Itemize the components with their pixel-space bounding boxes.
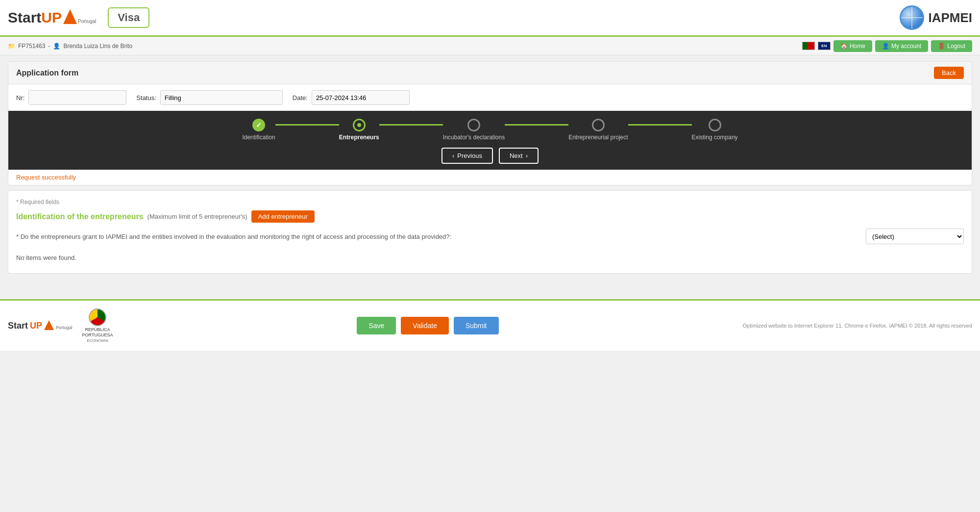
step-circle-identification: ✓ — [252, 119, 265, 131]
save-button[interactable]: Save — [357, 317, 396, 334]
footer-portugal-text: Portugal — [56, 325, 73, 330]
nav-buttons: ‹ Previous Next › — [8, 148, 972, 164]
step-label-identification: Identification — [242, 134, 275, 141]
footer: Start UP Portugal REPÚBLICAPORTUGUESAECO… — [0, 299, 980, 351]
step-label-incubator: Incubator's declarations — [443, 134, 505, 141]
status-field: Status: — [136, 90, 282, 105]
required-note: * Required fields — [16, 199, 964, 205]
step-circle-entrepreneurial — [592, 119, 605, 131]
previous-button[interactable]: ‹ Previous — [441, 148, 493, 164]
step-identification: ✓ Identification — [242, 119, 275, 141]
form-row: Nr: Status: Date: — [8, 84, 972, 111]
logo-triangle-icon — [63, 9, 77, 24]
file-icon: 📁 — [8, 43, 15, 50]
connector-1 — [275, 124, 339, 126]
republica-emblem — [89, 308, 106, 326]
next-label: Next — [510, 152, 523, 159]
application-form-title: Application form — [16, 69, 78, 77]
user-name: Brenda Luiza Lins de Brito — [63, 43, 132, 50]
section-subtitle: (Maximum limit of 5 entrepreneur's) — [147, 213, 247, 220]
data-question-text: * Do the entrepreneurs grant to IAPMEI a… — [16, 233, 451, 240]
visa-label: Visa — [118, 11, 140, 24]
flag-en[interactable]: EN — [818, 42, 831, 50]
iapmei-globe-icon — [900, 5, 924, 30]
chevron-right-icon: › — [526, 152, 528, 159]
footer-startup-logo: Start UP Portugal — [8, 320, 73, 331]
logout-icon: 🚪 — [938, 43, 945, 50]
nr-label: Nr: — [16, 94, 24, 102]
header: Start UP Portugal Visa IAPMEI — [0, 0, 980, 37]
back-button[interactable]: Back — [934, 67, 964, 79]
section-title-text: Identification of the entrepreneurs — [16, 212, 144, 221]
step-label-existing: Existing company — [692, 134, 738, 141]
step-circle-incubator — [467, 119, 480, 131]
nr-input[interactable] — [28, 90, 126, 105]
header-left: Start UP Portugal Visa — [8, 7, 149, 28]
footer-copyright: Optimized website to Internet Explorer 1… — [743, 323, 972, 329]
previous-label: Previous — [457, 152, 482, 159]
add-entrepreneur-button[interactable]: Add entrepreneur — [251, 210, 315, 223]
section-title-container: Identification of the entrepreneurs (Max… — [16, 210, 964, 223]
connector-4 — [628, 124, 692, 126]
my-account-button[interactable]: 👤 My account — [875, 40, 928, 52]
date-field: Date: — [293, 90, 410, 105]
progress-steps-container: ✓ Identification Entrepreneurs Incuba — [8, 119, 972, 141]
footer-buttons: Save Validate Submit — [357, 317, 498, 334]
data-consent-select[interactable]: (Select) Yes No — [866, 229, 964, 244]
footer-republica-logo: REPÚBLICAPORTUGUESAECONOMIA — [82, 308, 113, 343]
date-input[interactable] — [312, 90, 410, 105]
my-account-label: My account — [891, 43, 921, 50]
step-existing-company: Existing company — [692, 119, 738, 141]
connector-2 — [379, 124, 443, 126]
nr-field: Nr: — [16, 90, 126, 105]
visa-badge: Visa — [108, 7, 149, 28]
main-content: Application form Back Nr: Status: Date: — [0, 55, 980, 280]
footer-triangle-icon — [44, 320, 54, 330]
home-icon: 🏠 — [840, 43, 848, 50]
home-label: Home — [850, 43, 865, 50]
step-incubator: Incubator's declarations — [443, 119, 505, 141]
step-circle-existing — [709, 119, 721, 131]
status-input[interactable] — [160, 90, 283, 105]
flag-pt[interactable] — [802, 42, 815, 50]
validate-button[interactable]: Validate — [401, 317, 449, 334]
step-label-entrepreneurs: Entrepreneurs — [339, 134, 379, 141]
status-label: Status: — [136, 94, 156, 102]
topbar-right: EN 🏠 Home 👤 My account 🚪 Logout — [802, 40, 972, 52]
logout-button[interactable]: 🚪 Logout — [931, 40, 972, 52]
step-entrepreneurs: Entrepreneurs — [339, 119, 379, 141]
chevron-left-icon: ‹ — [452, 152, 454, 159]
topbar-left: 📁 FP751463 - 👤 Brenda Luiza Lins de Brit… — [8, 43, 132, 50]
footer-up-text: UP — [30, 321, 42, 331]
footer-start-text: Start — [8, 321, 28, 331]
no-items-message: No items were found. — [16, 250, 964, 265]
file-ref: FP751463 — [18, 43, 45, 50]
startup-logo: Start UP Portugal — [8, 9, 96, 26]
iapmei-logo: IAPMEI — [900, 5, 972, 30]
footer-logos: Start UP Portugal REPÚBLICAPORTUGUESAECO… — [8, 308, 113, 343]
application-form-header: Application form Back — [8, 62, 972, 84]
topbar: 📁 FP751463 - 👤 Brenda Luiza Lins de Brit… — [0, 37, 980, 55]
data-question-row: * Do the entrepreneurs grant to IAPMEI a… — [16, 229, 964, 244]
step-entrepreneurial: Entrepreneurial project — [568, 119, 628, 141]
success-text: Request successfully — [16, 174, 76, 181]
home-button[interactable]: 🏠 Home — [833, 40, 872, 52]
connector-3 — [505, 124, 568, 126]
logout-label: Logout — [947, 43, 965, 50]
step-label-entrepreneurial: Entrepreneurial project — [568, 134, 628, 141]
iapmei-label: IAPMEI — [928, 10, 972, 26]
next-button[interactable]: Next › — [499, 148, 539, 164]
republica-text: REPÚBLICAPORTUGUESAECONOMIA — [82, 327, 113, 343]
logo-up-text: UP — [41, 9, 62, 26]
user-icon: 👤 — [53, 43, 60, 50]
person-icon: 👤 — [882, 43, 889, 50]
success-message: Request successfully — [8, 170, 972, 185]
content-card: * Required fields Identification of the … — [8, 190, 972, 274]
separator: - — [48, 43, 50, 50]
logo-start-text: Start — [8, 9, 41, 26]
submit-button[interactable]: Submit — [454, 317, 499, 334]
progress-section: ✓ Identification Entrepreneurs Incuba — [8, 111, 972, 170]
logo-portugal-text: Portugal — [78, 19, 96, 24]
application-form-card: Application form Back Nr: Status: Date: — [8, 61, 972, 185]
step-circle-entrepreneurs — [353, 119, 366, 131]
